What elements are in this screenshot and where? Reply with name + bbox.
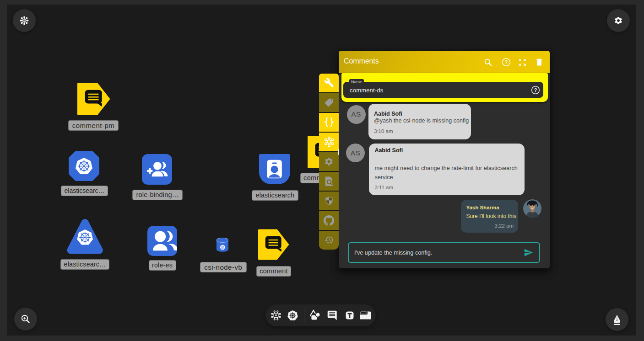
svg-text:?: ? (534, 87, 537, 93)
svg-text:?: ? (505, 59, 508, 65)
